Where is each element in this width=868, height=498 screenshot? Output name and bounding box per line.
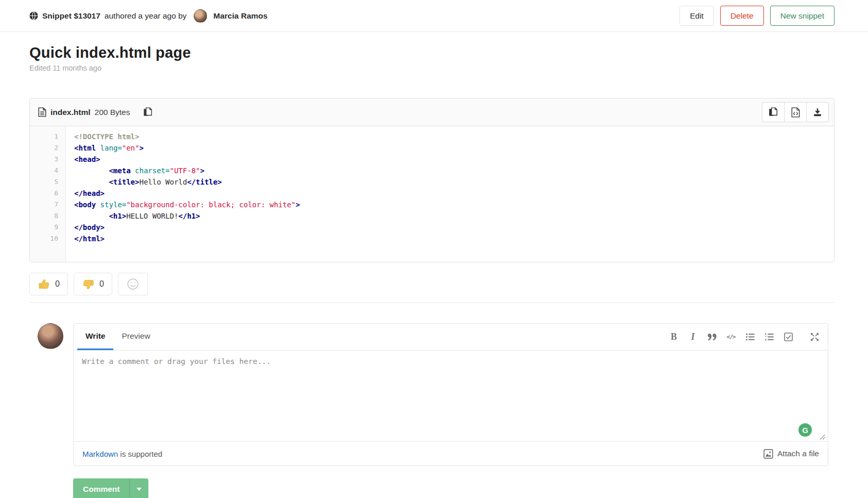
- thumbs-down-icon: [82, 278, 95, 291]
- file-header: index.html 200 Bytes: [30, 98, 834, 126]
- markdown-link[interactable]: Markdown: [82, 450, 118, 458]
- current-user-avatar: [38, 323, 63, 349]
- attach-a-file[interactable]: Attach a file: [763, 449, 819, 459]
- new-snippet-button[interactable]: New snippet: [770, 6, 835, 26]
- italic-icon[interactable]: I: [688, 332, 698, 342]
- comment-submit-button[interactable]: Comment: [73, 478, 148, 498]
- author-avatar[interactable]: [194, 9, 207, 23]
- open-raw-icon[interactable]: [784, 102, 807, 122]
- bold-icon[interactable]: B: [669, 332, 679, 342]
- file-action-group: [762, 102, 829, 122]
- grammarly-icon[interactable]: G: [798, 423, 812, 437]
- submit-row: Comment: [73, 478, 835, 498]
- snippet-meta: Snippet $13017 authored a year ago by Ma…: [29, 9, 267, 23]
- file-size: 200 Bytes: [95, 108, 130, 117]
- snippet-page: Snippet $13017 authored a year ago by Ma…: [0, 0, 868, 498]
- markdown-toolbar: B I </>: [669, 324, 820, 350]
- add-reaction-button[interactable]: [118, 273, 148, 295]
- comment-form: Write Preview B I </>: [73, 323, 828, 466]
- delete-button[interactable]: Delete: [720, 6, 764, 26]
- edit-button[interactable]: Edit: [679, 6, 714, 26]
- code-lines: <!DOCTYPE html><html lang="en"><head> <m…: [66, 126, 834, 262]
- task-list-icon[interactable]: [783, 332, 793, 342]
- snippet-actions: Edit Delete New snippet: [679, 6, 835, 26]
- thumbs-up-button[interactable]: 0: [29, 273, 68, 295]
- comment-form-header: Write Preview B I </>: [74, 324, 828, 351]
- code-line: </head>: [74, 188, 834, 199]
- comment-placeholder: Write a comment or drag your files here.…: [82, 357, 271, 366]
- comment-textarea[interactable]: Write a comment or drag your files here.…: [74, 351, 828, 441]
- code-line: <h1>HELLO WORLD!</h1>: [74, 210, 834, 222]
- line-number[interactable]: 1: [30, 131, 58, 142]
- topbar: Snippet $13017 authored a year ago by Ma…: [0, 0, 868, 32]
- file-text-icon: [38, 107, 46, 117]
- thumbs-down-button[interactable]: 0: [74, 273, 112, 295]
- code-line: <body style="background-color: black; co…: [74, 199, 834, 210]
- code-icon[interactable]: </>: [726, 332, 736, 342]
- comment-submit-label[interactable]: Comment: [73, 478, 129, 498]
- code-line: <head>: [74, 154, 834, 165]
- comment-form-footer: Markdown is supported Attach a file: [74, 441, 828, 466]
- bullet-list-icon[interactable]: [745, 332, 755, 342]
- markdown-note: Markdown is supported: [82, 450, 162, 458]
- line-number[interactable]: 10: [30, 233, 58, 244]
- file-name: index.html: [50, 108, 91, 117]
- page-title: Quick index.html page: [29, 44, 835, 61]
- file-holder: index.html 200 Bytes: [29, 98, 835, 262]
- attach-label: Attach a file: [777, 449, 819, 458]
- line-number[interactable]: 8: [30, 210, 58, 222]
- add-reaction-smiley-icon: [127, 278, 139, 290]
- content: Quick index.html page Edited 11 months a…: [0, 44, 868, 498]
- copy-to-clipboard-icon[interactable]: [143, 107, 152, 118]
- code-line: <title>Hello World</title>: [74, 176, 834, 188]
- award-emoji-block: 0 0: [29, 273, 835, 295]
- code-line: <meta charset="UTF-8">: [74, 165, 834, 176]
- line-number[interactable]: 3: [30, 154, 58, 165]
- line-number[interactable]: 6: [30, 188, 58, 199]
- resize-grip-icon[interactable]: [820, 434, 825, 440]
- download-icon[interactable]: [806, 102, 829, 122]
- edited-timestamp: Edited 11 months ago: [29, 64, 835, 72]
- line-number[interactable]: 2: [30, 142, 58, 154]
- code-line: </body>: [74, 222, 834, 233]
- authored-text: authored a year ago by: [105, 11, 186, 21]
- tab-write[interactable]: Write: [77, 324, 113, 350]
- chevron-down-icon: [137, 488, 142, 491]
- copy-contents-icon[interactable]: [762, 102, 785, 122]
- line-number[interactable]: 5: [30, 176, 58, 188]
- line-number[interactable]: 7: [30, 199, 58, 210]
- attach-image-icon: [763, 449, 773, 459]
- line-number[interactable]: 9: [30, 222, 58, 233]
- code-viewer: 12345678910 <!DOCTYPE html><html lang="e…: [30, 126, 834, 262]
- thumbs-down-count: 0: [99, 279, 104, 289]
- quote-icon[interactable]: [707, 332, 717, 342]
- code-line: <html lang="en">: [74, 142, 834, 154]
- thumbs-up-icon: [38, 278, 50, 291]
- numbered-list-icon[interactable]: [764, 332, 774, 342]
- line-number[interactable]: 4: [30, 165, 58, 176]
- snippet-id: Snippet $13017: [42, 11, 100, 21]
- line-numbers: 12345678910: [30, 126, 66, 262]
- code-line: </html>: [74, 233, 834, 244]
- globe-icon: [29, 11, 38, 20]
- fullscreen-icon[interactable]: [809, 332, 820, 342]
- file-title: index.html 200 Bytes: [38, 107, 152, 118]
- thumbs-up-count: 0: [55, 279, 60, 289]
- comment-options-dropdown[interactable]: [129, 478, 148, 498]
- code-line: <!DOCTYPE html>: [74, 131, 834, 142]
- new-comment-row: Write Preview B I </>: [29, 303, 835, 466]
- author-name[interactable]: Marcia Ramos: [213, 11, 267, 21]
- tab-preview[interactable]: Preview: [113, 324, 158, 350]
